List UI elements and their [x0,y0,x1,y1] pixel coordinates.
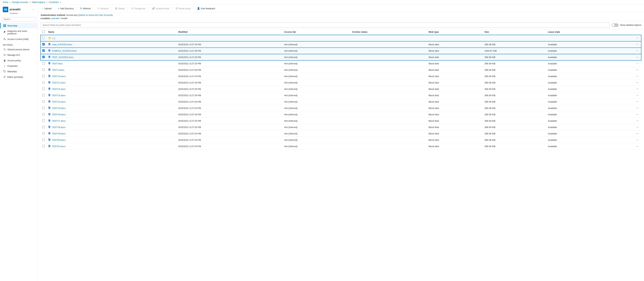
row-more-button[interactable]: ··· [635,62,640,66]
sidebar-nav: Overview Diagnose and solve problems [0,23,38,281]
row-checkbox[interactable] [42,100,45,103]
acquire-lease-button[interactable]: 🔗 Acquire lease [150,6,171,11]
row-more-button[interactable]: ··· [635,100,640,104]
file-name-link[interactable]: TEST13.docx [52,94,66,97]
file-name-link[interactable]: TEST10.docx [52,75,66,78]
file-name-link[interactable]: TEST17.docx [52,120,66,122]
row-more-button[interactable]: ··· [635,94,640,97]
row-more-button[interactable]: ··· [635,144,640,148]
row-more-button[interactable]: ··· [635,36,640,40]
refresh-button[interactable]: ↻ Refresh [78,6,92,11]
upload-button[interactable]: ↑ Upload [40,6,53,11]
cell-lease_state: Available [546,41,610,48]
breadcrumb-containers[interactable]: Containers [49,1,59,4]
row-checkbox[interactable] [42,62,45,64]
table-row: TEST19.docx9/25/2023, 6:27:24 PMHot (Inf… [40,130,641,137]
row-actions: ··· [610,35,641,41]
row-more-button[interactable]: ··· [635,49,640,53]
file-name-link[interactable]: TEST20.docx [52,139,66,141]
cell-blob_type: Block blob [427,124,483,130]
row-more-button[interactable]: ··· [635,138,640,142]
sidebar-item-access-policy[interactable]: Access policy [0,58,38,63]
file-name-link[interactable]: TEST1.docx [52,69,64,71]
row-checkbox[interactable] [42,50,45,52]
show-deleted-toggle[interactable] [612,24,618,27]
row-checkbox[interactable] [42,75,45,77]
row-checkbox[interactable] [42,145,45,147]
file-name-link[interactable]: read_SUCESS.docx [52,43,72,46]
file-name-link[interactable]: TEST16.docx [52,113,66,116]
row-checkbox[interactable] [42,113,45,116]
file-name-link[interactable]: TEST15.docx [52,107,66,110]
sidebar-item-manage-acl[interactable]: Manage ACL [0,52,38,58]
row-checkbox[interactable] [42,56,45,58]
row-checkbox[interactable] [42,138,45,141]
cell-blob_type [427,35,483,41]
location-account-link[interactable]: pranathi [52,17,60,20]
file-name-link[interactable]: TEST12.docx [52,88,66,90]
row-checkbox[interactable] [42,132,45,134]
cell-blob_type: Block blob [427,67,483,73]
sidebar-item-diagnose[interactable]: Diagnose and solve problems [0,28,38,36]
sidebar-more-button[interactable]: ··· [31,7,35,12]
cell-lease_state [546,35,610,41]
row-more-button[interactable]: ··· [635,106,640,110]
select-all-checkbox[interactable] [42,30,45,33]
row-more-button[interactable]: ··· [635,68,640,72]
break-lease-button[interactable]: ⛓ Break lease [174,6,192,11]
cell-size: 1002.67 KiB [483,48,546,54]
row-more-button[interactable]: ··· [635,125,640,129]
row-checkbox[interactable] [42,126,45,128]
row-more-button[interactable]: ··· [635,42,640,46]
sidebar-item-editor[interactable]: Editor (preview) [0,74,38,80]
row-more-button[interactable]: ··· [635,87,640,91]
add-directory-button[interactable]: + Add Directory [56,6,75,11]
give-feedback-button[interactable]: 👤 Give feedback [195,6,217,11]
row-more-button[interactable]: ··· [635,74,640,78]
row-checkbox[interactable] [42,81,45,84]
sidebar-item-iam[interactable]: Access Control (IAM) [0,36,38,42]
breadcrumb-storage-accounts[interactable]: Storage accounts [12,1,28,4]
breadcrumb-sftpthroughput[interactable]: sftpthroughput [32,1,45,4]
file-name-link[interactable]: TEST11.docx [52,82,66,84]
file-name-link[interactable]: TEST19.docx [52,132,66,135]
sidebar-item-properties[interactable]: Properties [0,63,38,69]
change-tier-button[interactable]: ⇅ Change tier [129,6,147,11]
sidebar-item-metadata[interactable]: Metadata [0,69,38,74]
cell-lease_state: Available [546,48,610,54]
refresh-icon: ↻ [80,7,82,10]
sidebar-iam-label: Access Control (IAM) [8,38,28,40]
file-name-link[interactable]: [..] [53,37,55,40]
sidebar-search-input[interactable] [2,17,36,22]
file-name-link[interactable]: SAMPLE_SUCESS.docx [52,50,77,52]
sidebar-item-overview[interactable]: Overview [0,23,38,28]
sidebar-search-container [0,16,38,23]
row-more-button[interactable]: ··· [635,119,640,123]
cell-archive_status [350,73,427,80]
file-name-link[interactable]: TEST18.docx [52,126,66,128]
delete-button[interactable]: 🗑 Delete [113,6,126,11]
file-name-link[interactable]: TEST_SUCESS.docx [52,56,74,58]
switch-account-link[interactable]: Switch to Azure AD User Account [79,14,112,16]
sidebar-item-shared-access-tokens[interactable]: Shared access tokens [0,47,38,52]
row-checkbox[interactable] [42,94,45,96]
row-more-button[interactable]: ··· [635,55,640,59]
row-checkbox[interactable] [42,37,45,39]
cell-modified: 9/25/2023, 6:27:24 PM [177,143,282,150]
file-name-link[interactable]: TEST.docx [52,62,63,65]
row-checkbox[interactable] [42,120,45,122]
blob-search-input[interactable] [40,22,610,28]
document-icon [48,100,51,103]
row-more-button[interactable]: ··· [635,132,640,136]
row-checkbox[interactable] [42,107,45,109]
rename-button[interactable]: ✎ Rename [96,6,110,11]
row-more-button[interactable]: ··· [635,81,640,84]
row-checkbox[interactable] [42,88,45,90]
row-checkbox[interactable] [42,43,45,46]
file-name-link[interactable]: TEST21.docx [52,145,66,148]
breadcrumb-home[interactable]: Home [3,1,8,4]
row-checkbox[interactable] [42,68,45,71]
row-more-button[interactable]: ··· [635,112,640,116]
cell-access_tier: Hot (Inferred) [282,86,350,92]
file-name-link[interactable]: TEST14.docx [52,100,66,103]
